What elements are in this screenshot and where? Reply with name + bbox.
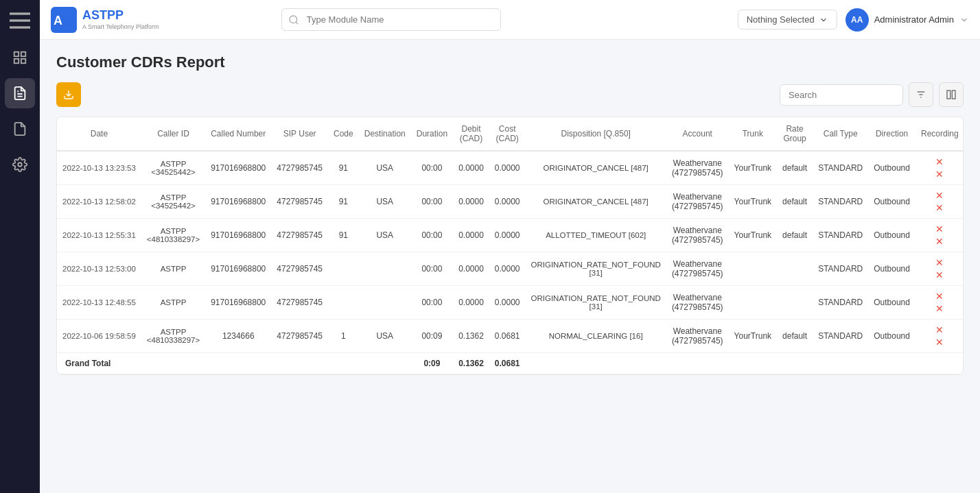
col-sip-user: SIP User (271, 117, 328, 151)
cell-trunk: YourTrunk (729, 219, 777, 252)
cell-caller-id: ASTPP <4810338297> (141, 320, 205, 353)
col-debit: Debit(CAD) (453, 117, 489, 151)
col-recording: Recording (915, 117, 964, 151)
cell-trunk (729, 286, 777, 320)
sidebar-item-settings[interactable] (5, 149, 35, 180)
logo: A ASTPP A Smart Telephony Platform (51, 7, 159, 33)
svg-point-9 (18, 163, 22, 167)
cell-direction: Outbound (868, 185, 915, 219)
hamburger-menu[interactable] (6, 7, 34, 34)
sidebar-item-dashboard[interactable] (5, 43, 35, 73)
col-disposition: Disposition [Q.850] (526, 117, 666, 151)
col-cost: Cost(CAD) (489, 117, 526, 151)
cell-date: 2022-10-13 12:58:02 (57, 185, 141, 219)
grand-total-cost: 0.0681 (489, 353, 526, 374)
cell-destination: USA (359, 185, 411, 219)
avatar: AA (845, 8, 869, 32)
user-menu[interactable]: AA Administrator Admin (845, 8, 969, 32)
cell-call-type: STANDARD (813, 320, 868, 353)
topbar: A ASTPP A Smart Telephony Platform Nothi… (40, 0, 980, 40)
cell-duration: 00:00 (411, 252, 453, 286)
cell-destination: USA (359, 151, 411, 185)
cell-duration: 00:00 (411, 151, 453, 185)
cell-debit: 0.0000 (453, 219, 489, 252)
company-selector-chevron (819, 15, 828, 25)
delete-icon-top[interactable]: ✕ (935, 157, 944, 167)
cell-sip-user: 4727985745 (271, 252, 328, 286)
svg-rect-4 (21, 52, 25, 56)
cell-cost: 0.0000 (489, 151, 526, 185)
cell-debit: 0.0000 (453, 151, 489, 185)
cell-debit: 0.1362 (453, 320, 489, 353)
delete-icon-top[interactable]: ✕ (935, 325, 944, 335)
table-row: 2022-10-13 12:53:00 ASTPP 917016968800 4… (57, 252, 964, 286)
table-row: 2022-10-06 19:58:59 ASTPP <4810338297> 1… (57, 320, 964, 353)
company-selector-label: Nothing Selected (747, 14, 815, 25)
cell-code: 91 (328, 185, 359, 219)
delete-icon-top[interactable]: ✕ (935, 191, 944, 200)
cell-code (328, 286, 359, 320)
cell-duration: 00:00 (411, 286, 453, 320)
cell-rate-group: default (777, 185, 813, 219)
cell-account: Weathervane (4727985745) (666, 252, 729, 286)
sidebar-item-reports[interactable] (5, 78, 35, 108)
cell-called-number: 917016968800 (205, 185, 271, 219)
cell-rate-group (777, 286, 813, 320)
search-input[interactable] (281, 8, 501, 31)
cell-rate-group: default (777, 320, 813, 353)
cell-cost: 0.0000 (489, 185, 526, 219)
delete-icon-bottom[interactable]: ✕ (935, 304, 944, 313)
cell-date: 2022-10-13 12:53:00 (57, 252, 141, 286)
delete-icon-top[interactable]: ✕ (935, 224, 944, 234)
cell-call-type: STANDARD (813, 219, 868, 252)
cell-date: 2022-10-13 12:48:55 (57, 286, 141, 320)
cell-debit: 0.0000 (453, 252, 489, 286)
delete-icon-top[interactable]: ✕ (935, 291, 944, 301)
cell-disposition: ORIGINATOR_CANCEL [487] (526, 185, 666, 219)
toolbar (56, 82, 964, 107)
cell-account: Weathervane (4727985745) (666, 219, 729, 252)
cell-disposition: ALLOTTED_TIMEOUT [602] (526, 219, 666, 252)
cell-call-type: STANDARD (813, 286, 868, 320)
company-selector[interactable]: Nothing Selected (738, 10, 837, 29)
cell-code (328, 252, 359, 286)
cell-debit: 0.0000 (453, 185, 489, 219)
delete-icon-bottom[interactable]: ✕ (935, 270, 944, 280)
col-call-type: Call Type (813, 117, 868, 151)
cell-trunk (729, 252, 777, 286)
svg-point-12 (290, 16, 297, 23)
col-direction: Direction (868, 117, 915, 151)
col-trunk: Trunk (729, 117, 777, 151)
filter-icon (915, 89, 926, 100)
cell-rate-group (777, 252, 813, 286)
delete-icon-bottom[interactable]: ✕ (935, 237, 944, 246)
module-search (281, 8, 501, 31)
cell-caller-id: ASTPP <34525442> (141, 185, 205, 219)
cell-sip-user: 4727985745 (271, 320, 328, 353)
cell-cost: 0.0000 (489, 219, 526, 252)
cell-direction: Outbound (868, 151, 915, 185)
table-search-input[interactable] (780, 84, 903, 106)
delete-icon-bottom[interactable]: ✕ (935, 337, 944, 347)
download-icon (63, 89, 74, 100)
delete-icon-bottom[interactable]: ✕ (935, 203, 944, 213)
filter-button[interactable] (909, 82, 933, 107)
cell-account: Weathervane (4727985745) (666, 320, 729, 353)
cell-disposition: ORIGINATION_RATE_NOT_FOUND [31] (526, 252, 666, 286)
table-header-row: Date Caller ID Called Number SIP User Co… (57, 117, 964, 151)
delete-icon-top[interactable]: ✕ (935, 258, 944, 267)
cell-sip-user: 4727985745 (271, 219, 328, 252)
svg-rect-6 (14, 59, 19, 63)
sidebar-item-invoices[interactable] (5, 114, 35, 144)
download-button[interactable] (56, 82, 81, 107)
cell-disposition: ORIGINATOR_CANCEL [487] (526, 151, 666, 185)
cell-direction: Outbound (868, 219, 915, 252)
cell-direction: Outbound (868, 252, 915, 286)
cell-trunk: YourTrunk (729, 320, 777, 353)
delete-icon-bottom[interactable]: ✕ (935, 169, 944, 179)
table-row: 2022-10-13 12:55:31 ASTPP <4810338297> 9… (57, 219, 964, 252)
table-row: 2022-10-13 12:58:02 ASTPP <34525442> 917… (57, 185, 964, 219)
col-duration: Duration (411, 117, 453, 151)
cell-recording: ✕ ✕ (915, 151, 964, 185)
columns-button[interactable] (939, 82, 964, 107)
